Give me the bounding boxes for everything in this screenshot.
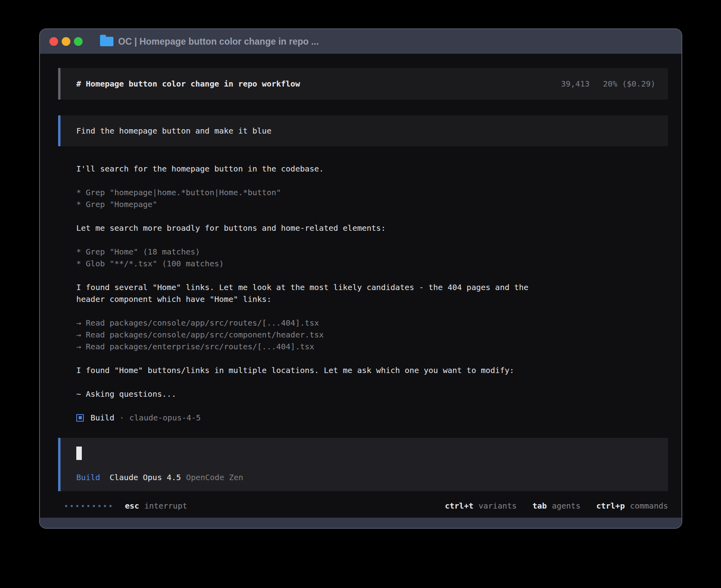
status-bar-left: esc interrupt — [58, 500, 187, 512]
assistant-paragraph: I found several "Home" links. Let me loo… — [76, 281, 668, 305]
shortcut-label: variants — [479, 500, 517, 512]
zoom-button[interactable] — [74, 37, 83, 46]
text-cursor — [76, 447, 82, 460]
tool-call-group: * Grep "homepage|home.*button|Home.*butt… — [76, 187, 668, 210]
assistant-paragraph: I found "Home" buttons/links in multiple… — [76, 364, 668, 376]
window-title: OC | Homepage button color change in rep… — [118, 36, 319, 47]
input-model: Claude Opus 4.5 — [109, 471, 181, 483]
status-bar-right: ctrl+t variants tab agents ctrl+p comman… — [445, 500, 668, 512]
assistant-text: I found "Home" buttons/links in multiple… — [76, 364, 668, 376]
tool-call-read: → Read packages/console/app/src/componen… — [76, 329, 668, 341]
title-bar: OC | Homepage button color change in rep… — [40, 29, 681, 54]
shortcut-key: ctrl+p — [596, 500, 625, 512]
input-meta: Build Claude Opus 4.5 OpenCode Zen — [76, 471, 668, 483]
session-title: # Homepage button color change in repo w… — [76, 78, 300, 90]
assistant-paragraph: Let me search more broadly for buttons a… — [76, 222, 668, 234]
terminal-content: # Homepage button color change in repo w… — [40, 54, 681, 518]
terminal-window: OC | Homepage button color change in rep… — [39, 28, 682, 529]
tool-call-glob: * Glob "**/*.tsx" (100 matches) — [76, 258, 668, 270]
shortcut-commands: ctrl+p commands — [596, 500, 668, 512]
shortcut-label: agents — [552, 500, 580, 512]
input-provider: OpenCode Zen — [186, 471, 243, 483]
agent-build-icon — [76, 414, 84, 422]
shortcut-agents: tab agents — [532, 500, 580, 512]
shortcut-variants: ctrl+t variants — [445, 500, 517, 512]
traffic-lights — [49, 37, 83, 46]
context-cost: 20% ($0.29) — [603, 78, 655, 90]
tool-call-read: → Read packages/enterprise/src/routes/[.… — [76, 341, 668, 352]
shortcut-key: tab — [532, 500, 547, 512]
close-button[interactable] — [49, 37, 58, 46]
folder-icon — [100, 37, 113, 46]
transcript: I'll search for the homepage button in t… — [58, 163, 668, 424]
shortcut-key: ctrl+t — [445, 500, 473, 512]
user-message-text: Find the homepage button and make it blu… — [76, 125, 272, 137]
agent-status-line: Build · claude-opus-4-5 — [76, 412, 668, 424]
spinner-dots-icon — [65, 505, 111, 507]
tool-call-group: → Read packages/console/app/src/routes/[… — [76, 317, 668, 352]
input-mode: Build — [76, 471, 100, 483]
prompt-input[interactable]: Build Claude Opus 4.5 OpenCode Zen — [58, 438, 668, 491]
tool-call-group: * Grep "Home" (18 matches) * Glob "**/*.… — [76, 246, 668, 270]
shortcut-label: commands — [630, 500, 668, 512]
assistant-paragraph: ~ Asking questions... — [76, 388, 668, 400]
tool-call-grep: * Grep "Homepage" — [76, 198, 668, 210]
assistant-status-text: ~ Asking questions... — [76, 388, 668, 400]
session-metrics: 39,413 20% ($0.29) — [561, 78, 655, 90]
shortcut-interrupt: esc interrupt — [125, 500, 187, 512]
agent-model: claude-opus-4-5 — [129, 412, 201, 424]
tool-call-grep: * Grep "Home" (18 matches) — [76, 246, 668, 258]
window-footer-strip — [40, 518, 681, 528]
tool-call-grep: * Grep "homepage|home.*button|Home.*butt… — [76, 187, 668, 198]
assistant-text: header component which have "Home" links… — [76, 293, 668, 305]
status-bar: esc interrupt ctrl+t variants tab agents… — [58, 500, 668, 512]
assistant-text: Let me search more broadly for buttons a… — [76, 222, 668, 234]
assistant-paragraph: I'll search for the homepage button in t… — [76, 163, 668, 175]
minimize-button[interactable] — [62, 37, 70, 46]
assistant-text: I found several "Home" links. Let me loo… — [76, 281, 668, 293]
token-count: 39,413 — [561, 78, 589, 90]
agent-name: Build — [91, 412, 114, 424]
assistant-text: I'll search for the homepage button in t… — [76, 163, 668, 175]
session-header: # Homepage button color change in repo w… — [58, 68, 668, 100]
shortcut-label: interrupt — [144, 500, 187, 512]
separator-dot: · — [119, 412, 124, 424]
user-message: Find the homepage button and make it blu… — [58, 115, 668, 146]
tool-call-read: → Read packages/console/app/src/routes/[… — [76, 317, 668, 329]
shortcut-key: esc — [125, 500, 139, 512]
